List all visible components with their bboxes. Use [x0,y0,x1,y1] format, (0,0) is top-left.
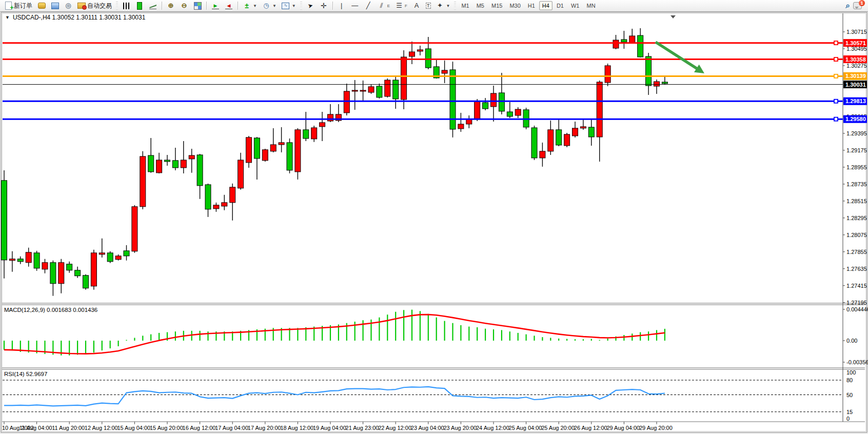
candle-body [107,253,113,262]
tf-m5[interactable]: M5 [474,1,487,10]
template-icon: ∿ [282,2,290,10]
toolbar-separator [332,2,333,10]
shapes-tool-button[interactable]: ✦▼ [434,1,452,11]
price-tick-label: 1.28955 [846,164,867,170]
autotrade-folder-icon [77,2,86,10]
tf-d1[interactable]: D1 [554,1,567,10]
equidistant-channel-icon: ⫽ [378,2,386,10]
date-tick-label: 23 Aug 20:00 [443,425,477,431]
channel-tool-button[interactable]: ⫽E [376,1,392,11]
trendline-tool-button[interactable]: ╱ [362,1,374,11]
zoom-out-button[interactable]: ⊖ [178,1,190,11]
candle-body [377,86,382,97]
tf-h1[interactable]: H1 [525,1,538,10]
ohlc-bars-icon [122,2,130,10]
shapes-icon: ✦ [436,2,444,10]
vertical-line-icon: | [338,2,346,10]
line-chart-button[interactable] [147,1,159,11]
crosshair-icon: ✛ [320,2,328,10]
candle [132,205,137,253]
price-tick-label: 1.30715 [846,29,867,35]
candle-body [34,253,40,268]
tf-m30[interactable]: M30 [506,1,523,10]
candlestick-chart-button[interactable] [133,1,146,11]
candle-body [605,66,610,83]
search-icon[interactable]: ⌕ [846,1,850,10]
date-tick-label: 15 Aug 04:00 [117,425,150,431]
cursor-icon: ➤ [305,1,315,11]
new-order-icon [4,2,12,10]
crosshair-tool-button[interactable]: ✛ [318,1,330,11]
date-tick-label: 24 Aug 12:00 [476,425,509,431]
candle-body [124,251,129,256]
chart-canvas[interactable]: 1.307151.304951.302751.300551.298351.296… [0,0,868,434]
tile-windows-button[interactable] [191,1,204,11]
candle-body [573,128,578,136]
rsi-axis-label: 100 [846,369,856,376]
market-watch-button[interactable] [35,1,48,11]
text-tool-button[interactable]: A [410,1,423,11]
candle-body [156,160,162,173]
candle-body [287,143,292,170]
candle-body [483,103,488,109]
rsi-indicator-label: RSI(14) 52.9697 [4,371,47,377]
tf-h4[interactable]: H4 [539,1,553,10]
price-tick-label: 1.27415 [846,283,867,289]
price-line-label: 1.30031 [845,82,866,88]
date-tick-label: 23 Aug 04:00 [411,425,444,431]
vertical-line-tool-button[interactable]: | [336,1,348,11]
line-endpoint-marker[interactable] [834,100,838,103]
tf-m1[interactable]: M1 [458,1,472,10]
candle-body [262,150,268,161]
horizontal-line-tool-button[interactable]: — [349,1,361,11]
zoom-in-button[interactable]: ⊕ [165,1,177,11]
candle-body [662,82,667,84]
line-endpoint-marker[interactable] [834,57,838,61]
date-tick-label: 17 Aug 20:00 [248,425,281,431]
candle-body [213,205,219,209]
chat-icon[interactable]: 1 [853,2,862,9]
candle [91,250,96,290]
line-endpoint-marker[interactable] [834,41,838,45]
tf-m15[interactable]: M15 [488,1,505,10]
candle-body [393,80,399,99]
cursor-tool-button[interactable]: ➤ [304,1,317,11]
auto-scroll-button[interactable]: ▶ [209,1,222,11]
line-endpoint-marker[interactable] [834,117,838,121]
candle [287,139,292,173]
candle-body [197,155,203,186]
candle-body [42,263,48,269]
clock-icon: ◷ [262,2,270,10]
tf-w1[interactable]: W1 [568,1,583,10]
candle-body [254,138,260,159]
new-order-button[interactable]: 新订单 [2,1,34,11]
candle-body [295,130,301,172]
radar-icon: ◎ [64,2,72,10]
candle [107,251,113,263]
bar-chart-button[interactable] [120,1,132,11]
candle-body [588,127,594,137]
line-endpoint-marker[interactable] [834,74,838,78]
terminal-button[interactable] [49,1,61,11]
templates-button[interactable]: ∿▼ [280,1,298,11]
candle-body [17,259,23,262]
tf-mn[interactable]: MN [583,1,598,10]
fibonacci-tool-button[interactable]: ☰F [393,1,409,11]
date-tick-label: 25 Aug 20:00 [541,425,575,431]
chart-shift-button[interactable]: ◀ [223,1,235,11]
price-tick-label: 1.30275 [846,63,867,69]
candle-body [613,40,619,48]
signals-button[interactable]: ◎ [62,1,74,11]
label-tool-button[interactable]: T [424,1,433,11]
toolbar-grip [454,2,456,10]
price-line-label: 1.30139 [845,73,866,79]
auto-trading-button[interactable]: 自动交易 [75,1,114,11]
candle-body [246,137,252,163]
fibo-letter: F [405,4,407,8]
date-tick-label: 26 Aug 12:00 [574,425,607,431]
candlestick-icon [135,2,144,10]
collapse-icon[interactable]: ▼ [5,15,10,20]
indicators-button[interactable]: ±▼ [241,1,259,11]
candle-body [148,155,154,172]
periods-button[interactable]: ◷▼ [260,1,279,11]
